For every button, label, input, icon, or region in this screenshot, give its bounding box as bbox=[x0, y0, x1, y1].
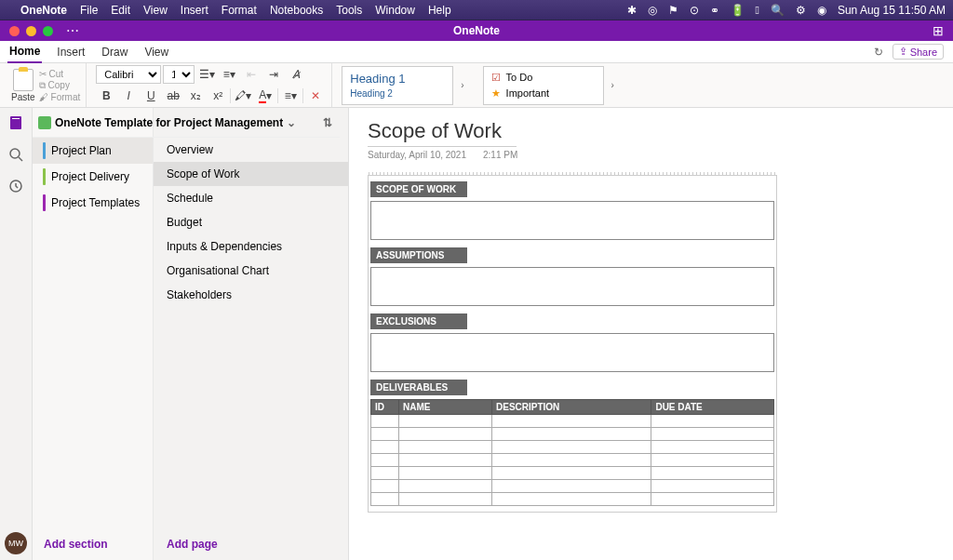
table-row[interactable] bbox=[371, 467, 774, 480]
table-cell[interactable] bbox=[492, 480, 651, 493]
add-page-button[interactable]: Add page bbox=[154, 528, 348, 560]
status-icon[interactable]: ◎ bbox=[648, 4, 657, 17]
page-item[interactable]: Organisational Chart bbox=[154, 259, 348, 283]
exclusions-textbox[interactable] bbox=[370, 333, 774, 372]
notebook-selector[interactable]: OneNote Template for Project Management … bbox=[33, 108, 340, 138]
menu-notebooks[interactable]: Notebooks bbox=[270, 4, 323, 17]
bullets-button[interactable]: ☰▾ bbox=[196, 65, 217, 84]
menu-format[interactable]: Format bbox=[221, 4, 257, 17]
table-cell[interactable] bbox=[492, 454, 651, 467]
subscript-button[interactable]: x₂ bbox=[185, 87, 206, 105]
table-cell[interactable] bbox=[399, 467, 492, 480]
status-icon[interactable]: ⚑ bbox=[668, 4, 678, 17]
section-item[interactable]: Project Plan bbox=[33, 138, 153, 164]
italic-button[interactable]: I bbox=[118, 87, 139, 105]
page-item[interactable]: Scope of Work bbox=[154, 162, 348, 186]
table-cell[interactable] bbox=[492, 441, 651, 454]
outdent-button[interactable]: ⇤ bbox=[241, 65, 262, 84]
styles-gallery[interactable]: Heading 1 Heading 2 bbox=[342, 66, 453, 105]
app-name[interactable]: OneNote bbox=[20, 4, 67, 17]
assumptions-textbox[interactable] bbox=[370, 267, 774, 306]
table-row[interactable] bbox=[371, 441, 774, 454]
delete-button[interactable]: ✕ bbox=[305, 87, 326, 105]
indent-button[interactable]: ⇥ bbox=[263, 65, 284, 84]
menu-help[interactable]: Help bbox=[428, 4, 451, 17]
wifi-icon[interactable]: 􀙇 bbox=[756, 4, 759, 17]
tab-view[interactable]: View bbox=[142, 42, 170, 62]
menu-view[interactable]: View bbox=[143, 4, 168, 17]
sync-icon[interactable]: ↻ bbox=[874, 46, 883, 59]
table-cell[interactable] bbox=[492, 415, 651, 428]
tab-home[interactable]: Home bbox=[7, 41, 42, 63]
siri-icon[interactable]: ◉ bbox=[817, 4, 826, 17]
table-cell[interactable] bbox=[371, 415, 399, 428]
styles-expand-icon[interactable]: › bbox=[457, 80, 467, 90]
table-cell[interactable] bbox=[399, 441, 492, 454]
share-button[interactable]: ⇪ Share bbox=[893, 44, 944, 60]
table-cell[interactable] bbox=[399, 428, 492, 441]
status-icon[interactable]: ⊙ bbox=[690, 4, 699, 17]
deliverables-table[interactable]: ID NAME DESCRIPTION DUE DATE bbox=[370, 399, 774, 506]
table-cell[interactable] bbox=[651, 467, 774, 480]
scope-textbox[interactable] bbox=[370, 201, 774, 240]
font-family-select[interactable]: Calibri bbox=[96, 65, 161, 84]
table-cell[interactable] bbox=[371, 467, 399, 480]
table-cell[interactable] bbox=[492, 467, 651, 480]
status-icon[interactable]: ✱ bbox=[627, 4, 637, 17]
table-cell[interactable] bbox=[371, 480, 399, 493]
add-section-button[interactable]: Add section bbox=[33, 528, 153, 560]
table-cell[interactable] bbox=[399, 493, 492, 506]
table-row[interactable] bbox=[371, 415, 774, 428]
table-row[interactable] bbox=[371, 493, 774, 506]
control-center-icon[interactable]: ⚙ bbox=[796, 4, 806, 17]
font-color-button[interactable]: A▾ bbox=[255, 87, 275, 105]
menu-window[interactable]: Window bbox=[375, 4, 415, 17]
table-cell[interactable] bbox=[371, 493, 399, 506]
tags-gallery[interactable]: ☑To Do ★Important bbox=[483, 66, 604, 105]
tags-expand-icon[interactable]: › bbox=[608, 80, 618, 90]
spotlight-icon[interactable]: 🔍 bbox=[771, 4, 785, 17]
underline-button[interactable]: U bbox=[141, 87, 161, 105]
more-icon[interactable]: ⋯ bbox=[66, 23, 81, 38]
table-row[interactable] bbox=[371, 454, 774, 467]
search-icon[interactable] bbox=[7, 145, 25, 164]
table-cell[interactable] bbox=[492, 493, 651, 506]
table-cell[interactable] bbox=[651, 493, 774, 506]
page-title[interactable]: Scope of Work bbox=[368, 119, 517, 147]
maximize-window-button[interactable] bbox=[43, 26, 53, 36]
page-canvas[interactable]: Scope of Work Saturday, April 10, 2021 2… bbox=[349, 108, 953, 560]
page-item[interactable]: Budget bbox=[154, 210, 348, 234]
sort-icon[interactable]: ⇅ bbox=[323, 116, 332, 129]
menu-tools[interactable]: Tools bbox=[336, 4, 362, 17]
menu-insert[interactable]: Insert bbox=[181, 4, 208, 17]
bluetooth-icon[interactable]: ⚭ bbox=[710, 4, 719, 17]
table-cell[interactable] bbox=[651, 441, 774, 454]
table-cell[interactable] bbox=[371, 441, 399, 454]
strikethrough-button[interactable]: ab bbox=[163, 87, 183, 105]
paste-button[interactable]: Paste bbox=[11, 69, 35, 102]
avatar[interactable]: MW bbox=[5, 532, 27, 554]
note-container[interactable]: SCOPE OF WORK ASSUMPTIONS EXCLUSIONS DEL… bbox=[368, 175, 777, 513]
table-row[interactable] bbox=[371, 480, 774, 493]
clock[interactable]: Sun Aug 15 11:50 AM bbox=[838, 4, 946, 17]
page-item[interactable]: Schedule bbox=[154, 186, 348, 210]
table-cell[interactable] bbox=[651, 415, 774, 428]
menu-file[interactable]: File bbox=[80, 4, 98, 17]
page-item[interactable]: Stakeholders bbox=[154, 283, 348, 307]
numbering-button[interactable]: ≡▾ bbox=[219, 65, 239, 84]
recent-icon[interactable] bbox=[7, 177, 25, 195]
table-cell[interactable] bbox=[371, 428, 399, 441]
panel-icon[interactable]: ⊞ bbox=[933, 23, 944, 38]
minimize-window-button[interactable] bbox=[26, 26, 36, 36]
cut-button[interactable]: ✂Cut bbox=[39, 69, 81, 79]
align-button[interactable]: ≡▾ bbox=[280, 87, 301, 105]
section-item[interactable]: Project Delivery bbox=[33, 164, 153, 190]
bold-button[interactable]: B bbox=[96, 87, 116, 105]
copy-button[interactable]: ⧉Copy bbox=[39, 80, 81, 91]
table-cell[interactable] bbox=[492, 428, 651, 441]
page-item[interactable]: Inputs & Dependencies bbox=[154, 234, 348, 259]
page-item[interactable]: Overview bbox=[154, 138, 348, 162]
tab-draw[interactable]: Draw bbox=[100, 42, 129, 62]
highlight-button[interactable]: 🖍▾ bbox=[233, 87, 253, 105]
close-window-button[interactable] bbox=[9, 26, 20, 36]
